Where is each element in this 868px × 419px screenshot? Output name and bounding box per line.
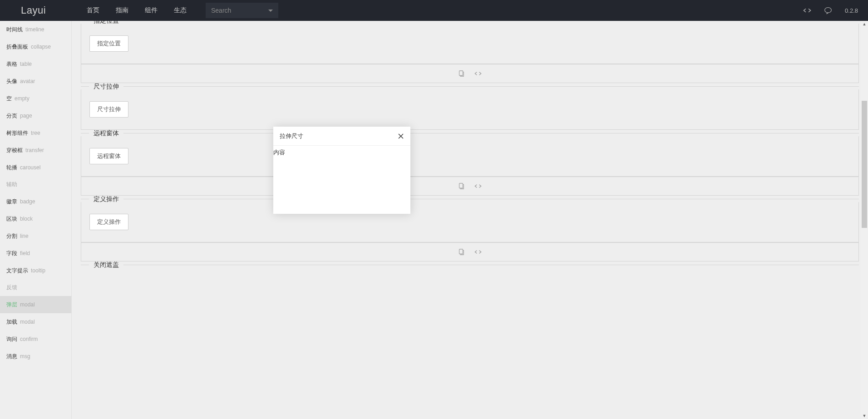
sidebar-item-tree[interactable]: 树形组件tree (0, 124, 71, 142)
sidebar-item-block[interactable]: 区块block (0, 210, 71, 227)
section-position: 指定位置 指定位置 (81, 21, 859, 83)
section-legend: 关闭遮盖 (81, 261, 859, 268)
close-icon[interactable] (398, 133, 404, 139)
app-header: Layui 首页 指南 组件 生态 0.2.8 (0, 0, 868, 21)
section-title: 远程窗体 (89, 130, 123, 136)
copy-icon[interactable] (458, 249, 464, 255)
main-content[interactable]: 指定位置 指定位置 尺寸 (72, 21, 868, 419)
sidebar-item-confirm[interactable]: 询问confirm (0, 330, 71, 348)
svg-point-0 (825, 7, 832, 13)
section-title: 指定位置 (89, 21, 123, 24)
sidebar-item-avatar[interactable]: 头像avatar (0, 73, 71, 90)
modal-body: 内容 (273, 146, 410, 157)
svg-rect-3 (459, 249, 463, 254)
section-remote: 远程窗体 远程窗体 (81, 130, 859, 196)
sidebar-item-page[interactable]: 分页page (0, 107, 71, 124)
sidebar-item-transfer[interactable]: 穿梭框transfer (0, 142, 71, 159)
nav-guide[interactable]: 指南 (116, 6, 128, 15)
section-actions (81, 242, 859, 261)
sidebar-item-carousel[interactable]: 轮播carousel (0, 159, 71, 176)
section-custom-action: 定义操作 定义操作 (81, 196, 859, 261)
section-actions (81, 177, 859, 196)
sidebar-item-loading[interactable]: 加载modal (0, 313, 71, 330)
sidebar[interactable]: 时间线timeline 折叠面板collapse 表格table 头像avata… (0, 21, 72, 419)
sidebar-item-modal[interactable]: 弹层modal (0, 296, 71, 313)
version-label: 0.2.8 (845, 7, 858, 14)
search-input[interactable] (211, 7, 261, 14)
modal-dialog[interactable]: 拉伸尺寸 内容 (273, 127, 410, 214)
section-body: 尺寸拉伸 (81, 89, 859, 130)
scrollbar-thumb[interactable] (862, 101, 867, 228)
demo-button-remote[interactable]: 远程窗体 (89, 148, 128, 164)
section-resize: 尺寸拉伸 尺寸拉伸 (81, 83, 859, 130)
sidebar-item-line[interactable]: 分割line (0, 227, 71, 245)
modal-header[interactable]: 拉伸尺寸 (273, 127, 410, 146)
section-close-mask: 关闭遮盖 (81, 261, 859, 268)
nav-ecosystem[interactable]: 生态 (174, 6, 187, 15)
section-body: 指定位置 (81, 24, 859, 64)
section-title: 尺寸拉伸 (89, 83, 123, 89)
section-title: 关闭遮盖 (89, 261, 123, 268)
code-icon[interactable] (474, 183, 482, 189)
section-legend: 定义操作 (81, 196, 859, 202)
logo[interactable]: Layui (0, 5, 78, 16)
demo-button-position[interactable]: 指定位置 (89, 35, 128, 52)
sidebar-item-badge[interactable]: 徽章badge (0, 193, 71, 210)
modal-title: 拉伸尺寸 (280, 132, 303, 140)
nav-home[interactable]: 首页 (87, 6, 99, 15)
section-legend: 尺寸拉伸 (81, 83, 859, 89)
sidebar-item-table[interactable]: 表格table (0, 55, 71, 73)
sidebar-item-field[interactable]: 字段field (0, 245, 71, 262)
section-actions (81, 64, 859, 83)
copy-icon[interactable] (458, 183, 464, 189)
main-nav: 首页 指南 组件 生态 (87, 6, 187, 15)
window-scrollbar[interactable]: ▲ ▼ (861, 21, 868, 419)
sidebar-group-feedback: 反馈 (0, 279, 71, 296)
section-body: 远程窗体 (81, 136, 859, 177)
sidebar-item-tooltip[interactable]: 文字提示tooltip (0, 262, 71, 279)
code-icon[interactable] (474, 71, 482, 76)
copy-icon[interactable] (458, 70, 464, 77)
sidebar-item-msg[interactable]: 消息msg (0, 348, 71, 365)
chevron-down-icon[interactable] (268, 10, 273, 12)
code-icon[interactable] (474, 249, 482, 255)
scroll-up-icon[interactable]: ▲ (862, 21, 867, 27)
svg-rect-2 (459, 183, 463, 188)
chat-icon[interactable] (824, 7, 832, 14)
sidebar-item-empty[interactable]: 空empty (0, 90, 71, 107)
svg-rect-1 (459, 71, 463, 76)
scroll-down-icon[interactable]: ▼ (862, 413, 867, 419)
section-body: 定义操作 (81, 202, 859, 242)
demo-button-resize[interactable]: 尺寸拉伸 (89, 101, 128, 118)
sidebar-item-collapse[interactable]: 折叠面板collapse (0, 38, 71, 55)
code-icon[interactable] (803, 7, 811, 14)
search-box[interactable] (206, 3, 278, 18)
sidebar-group-aux: 辅助 (0, 176, 71, 193)
section-legend: 远程窗体 (81, 130, 859, 136)
nav-component[interactable]: 组件 (145, 6, 158, 15)
section-title: 定义操作 (89, 196, 123, 202)
header-right: 0.2.8 (803, 7, 858, 14)
sidebar-item-timeline[interactable]: 时间线timeline (0, 21, 71, 38)
demo-button-action[interactable]: 定义操作 (89, 214, 128, 230)
